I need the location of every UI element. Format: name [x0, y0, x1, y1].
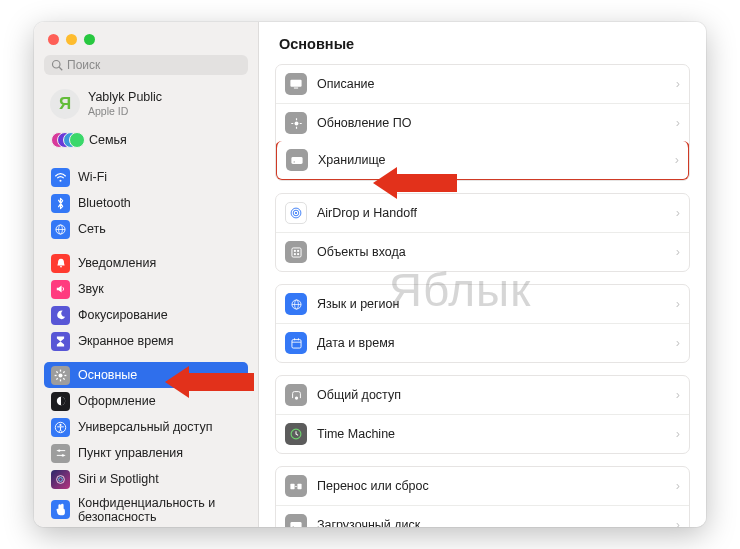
- row-storage[interactable]: Хранилище ›: [275, 141, 690, 181]
- chevron-right-icon: ›: [676, 518, 680, 527]
- svg-point-7: [59, 373, 63, 377]
- row-about[interactable]: Описание ›: [276, 65, 689, 103]
- sidebar-item-screentime[interactable]: Экранное время: [44, 328, 248, 354]
- account-name: Yablyk Public: [88, 90, 162, 105]
- chevron-right-icon: ›: [675, 153, 679, 167]
- hand-icon: [51, 500, 70, 519]
- svg-rect-40: [293, 253, 295, 255]
- svg-line-1: [59, 67, 62, 70]
- siri-icon: [51, 470, 70, 489]
- search-input[interactable]: Поиск: [44, 55, 248, 75]
- row-datetime[interactable]: Дата и время ›: [276, 323, 689, 362]
- settings-group: Перенос или сброс › Загрузочный диск ›: [275, 466, 690, 527]
- svg-point-49: [294, 396, 297, 399]
- svg-rect-39: [297, 249, 299, 251]
- svg-point-27: [294, 121, 298, 125]
- sharing-icon: [285, 384, 307, 406]
- sidebar-item-control-center[interactable]: Пункт управления: [44, 440, 248, 466]
- svg-line-12: [56, 371, 57, 372]
- svg-rect-26: [294, 88, 298, 89]
- moon-icon: [51, 306, 70, 325]
- speaker-icon: [51, 280, 70, 299]
- maximize-icon[interactable]: [84, 34, 95, 45]
- row-startup-disk[interactable]: Загрузочный диск ›: [276, 505, 689, 527]
- chevron-right-icon: ›: [676, 427, 680, 441]
- appearance-icon: [51, 392, 70, 411]
- svg-point-18: [59, 423, 61, 425]
- chevron-right-icon: ›: [676, 479, 680, 493]
- svg-rect-52: [297, 483, 301, 489]
- chevron-right-icon: ›: [676, 77, 680, 91]
- annotation-arrow-storage: [373, 167, 457, 199]
- startup-icon: [285, 514, 307, 527]
- sidebar-item-privacy[interactable]: Конфиденциальность и безопасность: [44, 492, 248, 527]
- sidebar: Поиск Я Yablyk Public Apple ID Семья: [34, 22, 259, 527]
- row-software-update[interactable]: Обновление ПО ›: [276, 103, 689, 142]
- settings-group: Язык и регион › Дата и время ›: [275, 284, 690, 363]
- sidebar-item-wifi[interactable]: Wi-Fi: [44, 164, 248, 190]
- svg-point-2: [59, 179, 61, 181]
- main-panel: Основные Описание › Обновление ПО ›: [259, 22, 706, 527]
- row-login-items[interactable]: Объекты входа ›: [276, 232, 689, 271]
- annotation-arrow-general: [165, 366, 254, 398]
- svg-point-0: [53, 61, 61, 69]
- settings-window: Поиск Я Yablyk Public Apple ID Семья: [34, 22, 706, 527]
- airdrop-icon: [285, 202, 307, 224]
- globe-icon: [51, 220, 70, 239]
- svg-point-6: [60, 266, 62, 268]
- sidebar-item-notifications[interactable]: Уведомления: [44, 250, 248, 276]
- svg-point-24: [59, 477, 63, 481]
- gear-icon: [51, 366, 70, 385]
- svg-point-33: [294, 161, 295, 162]
- avatar: Я: [50, 89, 80, 119]
- family-icon: [51, 131, 81, 150]
- page-title: Основные: [279, 36, 690, 52]
- transfer-icon: [285, 475, 307, 497]
- svg-rect-51: [290, 483, 294, 489]
- svg-point-20: [58, 449, 60, 451]
- chevron-right-icon: ›: [676, 245, 680, 259]
- sliders-icon: [51, 444, 70, 463]
- account-row[interactable]: Я Yablyk Public Apple ID: [44, 85, 248, 129]
- login-items-icon: [285, 241, 307, 263]
- search-icon: [51, 59, 63, 71]
- sidebar-item-family[interactable]: Семья: [44, 129, 248, 156]
- svg-line-14: [56, 378, 57, 379]
- minimize-icon[interactable]: [66, 34, 77, 45]
- row-sharing[interactable]: Общий доступ ›: [276, 376, 689, 414]
- timemachine-icon: [285, 423, 307, 445]
- sidebar-item-sound[interactable]: Звук: [44, 276, 248, 302]
- chevron-right-icon: ›: [676, 388, 680, 402]
- language-icon: [285, 293, 307, 315]
- sidebar-item-focus[interactable]: Фокусирование: [44, 302, 248, 328]
- sidebar-list: Семья Wi-Fi Bluetooth Сеть: [44, 129, 248, 527]
- row-language[interactable]: Язык и регион ›: [276, 285, 689, 323]
- chevron-right-icon: ›: [676, 206, 680, 220]
- sidebar-item-bluetooth[interactable]: Bluetooth: [44, 190, 248, 216]
- bell-icon: [51, 254, 70, 273]
- account-sub: Apple ID: [88, 105, 162, 118]
- row-transfer[interactable]: Перенос или сброс ›: [276, 467, 689, 505]
- chevron-right-icon: ›: [676, 116, 680, 130]
- settings-group: Общий доступ › Time Machine ›: [275, 375, 690, 454]
- window-controls: [44, 32, 248, 55]
- row-timemachine[interactable]: Time Machine ›: [276, 414, 689, 453]
- accessibility-icon: [51, 418, 70, 437]
- svg-line-15: [63, 371, 64, 372]
- sidebar-item-accessibility[interactable]: Универсальный доступ: [44, 414, 248, 440]
- close-icon[interactable]: [48, 34, 59, 45]
- settings-group: AirDrop и Handoff › Объекты входа ›: [275, 193, 690, 272]
- svg-rect-45: [291, 339, 300, 347]
- svg-point-23: [57, 475, 65, 483]
- settings-group: Описание › Обновление ПО › Хранилище ›: [275, 64, 690, 181]
- chevron-right-icon: ›: [676, 297, 680, 311]
- svg-rect-53: [290, 522, 301, 528]
- sidebar-item-network[interactable]: Сеть: [44, 216, 248, 242]
- sidebar-item-siri[interactable]: Siri и Spotlight: [44, 466, 248, 492]
- svg-rect-32: [291, 157, 302, 164]
- bluetooth-icon: [51, 194, 70, 213]
- row-airdrop[interactable]: AirDrop и Handoff ›: [276, 194, 689, 232]
- svg-rect-38: [293, 249, 295, 251]
- wifi-icon: [51, 168, 70, 187]
- svg-point-22: [61, 454, 63, 456]
